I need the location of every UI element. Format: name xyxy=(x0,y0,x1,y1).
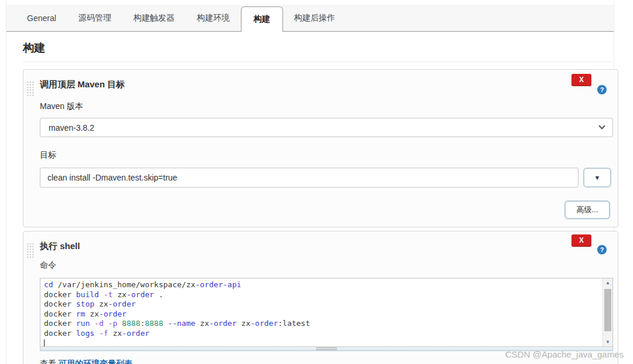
watermark: CSDN @Apache_java_games xyxy=(505,349,624,359)
triangle-down-icon: ▼ xyxy=(594,174,601,181)
config-content: 构建 X ? 调用顶层 Maven 目标 Maven 版本 maven-3.8.… xyxy=(6,40,614,364)
maven-version-select[interactable]: maven-3.8.2 xyxy=(40,118,613,137)
code-line: docker build -t zx-order . xyxy=(44,290,601,300)
chevron-down-icon xyxy=(598,123,605,129)
delete-step-button[interactable]: X xyxy=(571,74,591,86)
config-page: General 源码管理 构建触发器 构建环境 构建 构建后操作 构建 X ? … xyxy=(6,0,614,364)
env-var-row: 查看 可用的环境变量列表 xyxy=(40,359,612,364)
scrollbar-thumb[interactable] xyxy=(604,289,611,331)
page-title: 构建 xyxy=(23,40,611,56)
resize-grip-icon xyxy=(316,348,337,350)
tab-general[interactable]: General xyxy=(16,5,67,31)
env-var-list-link[interactable]: 可用的环境变量列表 xyxy=(59,359,132,364)
maven-version-label: Maven 版本 xyxy=(40,101,612,112)
tab-build[interactable]: 构建 xyxy=(241,6,283,32)
shell-code-content: cd /var/jenkins_home/workspace/zx-order-… xyxy=(40,278,612,347)
advanced-row: 高级... xyxy=(40,200,612,219)
step-title: 执行 shell xyxy=(40,241,612,251)
goals-combo-row: ▼ xyxy=(40,168,612,188)
drag-handle-icon[interactable] xyxy=(26,81,35,97)
tab-post-build-actions[interactable]: 构建后操作 xyxy=(283,5,346,31)
goals-label: 目标 xyxy=(40,150,612,161)
tab-scm[interactable]: 源码管理 xyxy=(67,5,122,31)
tab-build-triggers[interactable]: 构建触发器 xyxy=(122,5,186,31)
text-cursor xyxy=(44,339,45,347)
tab-build-environment[interactable]: 构建环境 xyxy=(186,5,241,31)
code-line: docker run -d -p 8888:8888 --name zx-ord… xyxy=(44,319,601,329)
help-icon[interactable]: ? xyxy=(597,245,607,254)
code-line: cd /var/jenkins_home/workspace/zx-order-… xyxy=(44,280,601,290)
build-step-maven: X ? 调用顶层 Maven 目标 Maven 版本 maven-3.8.2 目… xyxy=(23,69,618,227)
advanced-button[interactable]: 高级... xyxy=(564,200,610,219)
step-title: 调用顶层 Maven 目标 xyxy=(40,79,612,90)
code-vertical-scrollbar[interactable]: ▲ ▼ xyxy=(603,278,612,346)
maven-version-value: maven-3.8.2 xyxy=(49,123,94,132)
scroll-up-icon[interactable]: ▲ xyxy=(603,280,612,285)
code-line: docker logs -f zx-order xyxy=(44,329,601,339)
title-divider xyxy=(23,62,611,62)
code-line: docker rm zx-order xyxy=(44,309,601,319)
help-icon[interactable]: ? xyxy=(597,85,607,94)
delete-step-button[interactable]: X xyxy=(571,234,591,246)
code-line: docker stop zx-order xyxy=(44,300,601,309)
config-tabbar: General 源码管理 构建触发器 构建环境 构建 构建后操作 xyxy=(6,5,614,32)
command-label: 命令 xyxy=(40,260,612,271)
scroll-down-icon[interactable]: ▼ xyxy=(603,339,612,345)
build-step-shell: X ? 执行 shell 命令 cd /var/jenkins_home/wor… xyxy=(23,231,618,364)
env-var-prefix: 查看 xyxy=(40,359,56,364)
goals-input[interactable] xyxy=(40,168,578,188)
goals-dropdown-button[interactable]: ▼ xyxy=(583,168,611,188)
code-caret-line xyxy=(44,338,601,347)
drag-handle-icon[interactable] xyxy=(26,243,35,258)
shell-code-editor[interactable]: cd /var/jenkins_home/workspace/zx-order-… xyxy=(40,278,613,347)
